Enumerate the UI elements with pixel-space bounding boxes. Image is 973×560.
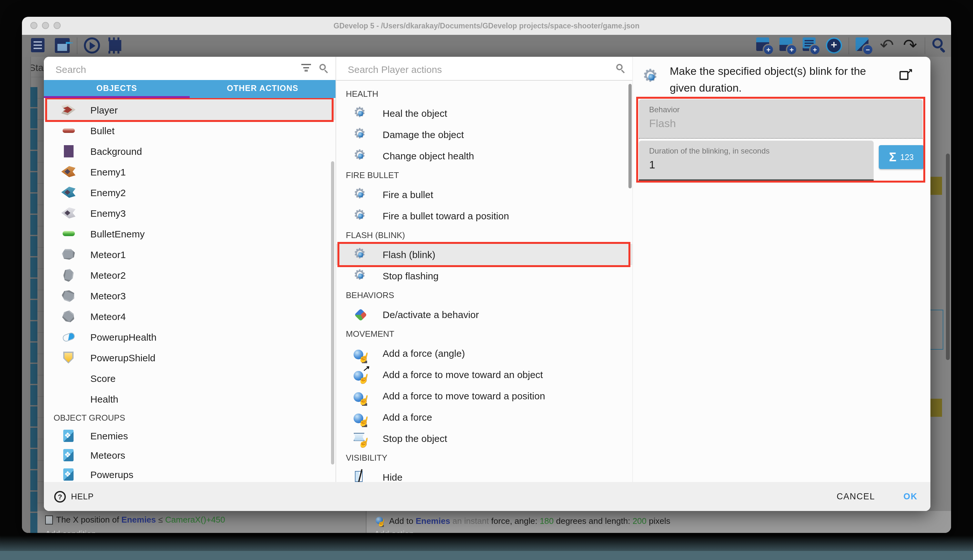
events-sheet-icon[interactable] (30, 37, 48, 54)
object-row-powerupshield[interactable]: PowerupShield (44, 347, 335, 368)
object-row-score[interactable]: Score (44, 368, 335, 388)
open-in-new-icon[interactable] (900, 68, 912, 81)
cancel-button[interactable]: CANCEL (836, 492, 875, 501)
action-item-fire-a-bullet[interactable]: Fire a bullet (336, 184, 632, 205)
item-label: Flash (blink) (383, 249, 435, 260)
stop-object-icon (353, 431, 368, 445)
action-item-damage-the-object[interactable]: Damage the object (336, 124, 632, 145)
add-event-icon[interactable] (756, 37, 773, 54)
expression-builder-button[interactable]: Σ 123 (879, 145, 924, 169)
app-window: Sta The X position of Enemies ≤ CameraX(… (22, 17, 951, 533)
action-item-stop-the-object[interactable]: Stop the object (336, 428, 632, 449)
gear-icon (353, 187, 368, 202)
item-label: Bullet (90, 125, 115, 136)
bullet-green-icon (62, 231, 75, 236)
tab-objects[interactable]: OBJECTS (44, 80, 190, 98)
help-icon (54, 491, 66, 502)
help-button[interactable]: HELP (54, 491, 93, 502)
tab-other-actions[interactable]: OTHER ACTIONS (190, 80, 335, 98)
object-row-enemy2[interactable]: Enemy2 (44, 182, 335, 203)
item-label: Add a force to move toward an object (383, 369, 543, 380)
redo-icon[interactable] (901, 37, 919, 54)
event-conditions-cell[interactable]: The X position of Enemies ≤ CameraX()+45… (37, 511, 367, 533)
gear-icon (353, 149, 368, 163)
events-scrollbar[interactable] (946, 153, 950, 360)
action-item-add-a-force-to-move-toward-a-position[interactable]: Add a force to move toward a position (336, 385, 632, 407)
item-label: Meteors (90, 449, 125, 460)
zoom-button[interactable] (53, 22, 61, 29)
object-row-enemy3[interactable]: Enemy3 (44, 203, 335, 223)
undo-icon[interactable] (878, 37, 896, 54)
minimize-button[interactable] (42, 22, 49, 29)
item-label: De/activate a behavior (383, 309, 479, 320)
action-item-change-object-health[interactable]: Change object health (336, 145, 632, 167)
filter-icon[interactable] (301, 63, 311, 73)
search-icon[interactable] (931, 37, 948, 54)
play-icon[interactable] (83, 37, 101, 54)
title-bar: GDevelop 5 - /Users/dkarakay/Documents/G… (22, 17, 951, 35)
event-actions-cell[interactable]: Add to Enemies an instant force, angle: … (367, 511, 951, 533)
object-row-enemies[interactable]: Enemies (44, 426, 335, 445)
object-row-meteor3[interactable]: Meteor3 (44, 285, 335, 306)
add-force-icon (376, 517, 385, 525)
item-label: Heal the object (383, 108, 447, 119)
item-label: Add a force (angle) (383, 348, 465, 359)
close-button[interactable] (30, 22, 37, 29)
object-row-bullet[interactable]: Bullet (44, 120, 335, 141)
pill-health-icon (61, 331, 75, 342)
actions-panel: HEALTHHeal the objectDamage the objectCh… (336, 57, 633, 482)
action-item-fire-a-bullet-toward-a-position[interactable]: Fire a bullet toward a position (336, 205, 632, 227)
add-comment-icon[interactable] (802, 37, 820, 54)
objects-search-input[interactable] (54, 61, 297, 77)
item-label: Health (90, 393, 118, 404)
object-row-meteor2[interactable]: Meteor2 (44, 265, 335, 285)
actions-scrollbar[interactable] (628, 84, 631, 188)
condition-icon (45, 515, 53, 524)
meteor-4-icon (60, 308, 77, 324)
section-header: FIRE BULLET (336, 167, 632, 184)
object-row-bulletenemy[interactable]: BulletEnemy (44, 223, 335, 244)
behavior-field-value: Flash (649, 117, 676, 130)
add-subevent-icon[interactable] (779, 37, 796, 54)
force-object-icon (353, 367, 368, 382)
actions-list: HEALTHHeal the objectDamage the objectCh… (336, 80, 632, 482)
delete-event-icon[interactable] (855, 37, 872, 54)
object-row-meteor1[interactable]: Meteor1 (44, 244, 335, 265)
scene-editor-icon[interactable] (53, 37, 71, 54)
object-row-meteor4[interactable]: Meteor4 (44, 306, 335, 327)
add-condition-link[interactable]: Add condition (45, 529, 96, 533)
item-label: Meteor2 (90, 269, 126, 280)
objects-scrollbar[interactable] (331, 161, 334, 465)
action-item-add-a-force-to-move-toward-an-object[interactable]: Add a force to move toward an object (336, 364, 632, 385)
object-row-powerups[interactable]: Powerups (44, 465, 335, 482)
duration-field-label: Duration of the blinking, in seconds (649, 147, 770, 155)
behavior-field[interactable]: Behavior Flash (639, 99, 923, 139)
action-item-stop-flashing[interactable]: Stop flashing (336, 265, 632, 287)
duration-field[interactable]: Duration of the blinking, in seconds 1 (639, 141, 874, 181)
object-row-background[interactable]: Background (44, 141, 335, 161)
object-row-poweruphealth[interactable]: PowerupHealth (44, 327, 335, 347)
item-label: Player (90, 104, 118, 115)
ok-button[interactable]: OK (903, 492, 918, 501)
action-item-de-activate-a-behavior[interactable]: De/activate a behavior (336, 304, 632, 325)
action-item-flash-blink-[interactable]: Flash (blink) (336, 244, 632, 265)
action-detail-panel: Make the specified object(s) blink for t… (632, 57, 930, 482)
add-circle-icon[interactable] (825, 37, 843, 54)
force-icon (353, 410, 368, 424)
action-item-add-a-force[interactable]: Add a force (336, 407, 632, 428)
search-icon (616, 63, 626, 73)
action-item-hide[interactable]: Hide (336, 467, 632, 482)
gear-icon (353, 106, 368, 120)
object-row-meteors[interactable]: Meteors (44, 445, 335, 465)
add-action-link[interactable]: Add action (374, 529, 414, 533)
actions-search-input[interactable] (347, 61, 594, 77)
object-row-health[interactable]: Health (44, 388, 335, 409)
object-row-player[interactable]: Player (44, 99, 335, 120)
action-item-add-a-force-angle-[interactable]: Add a force (angle) (336, 343, 632, 364)
behavior-icon (354, 308, 367, 321)
gear-icon (353, 247, 368, 262)
debug-icon[interactable] (107, 37, 124, 54)
object-row-enemy1[interactable]: Enemy1 (44, 161, 335, 182)
action-item-heal-the-object[interactable]: Heal the object (336, 103, 632, 124)
desktop: Sta The X position of Enemies ≤ CameraX(… (0, 0, 973, 560)
